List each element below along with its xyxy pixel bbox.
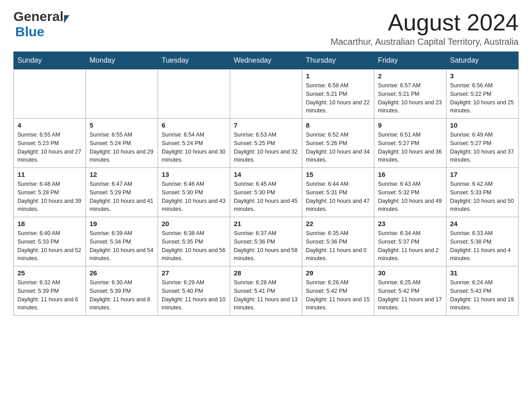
day-cell: 13Sunrise: 6:46 AMSunset: 5:30 PMDayligh… [158, 168, 230, 217]
logo-triangle-icon [64, 15, 69, 23]
day-info: Sunrise: 6:56 AMSunset: 5:22 PMDaylight:… [450, 81, 515, 115]
day-cell: 9Sunrise: 6:51 AMSunset: 5:27 PMDaylight… [374, 119, 446, 168]
day-cell: 6Sunrise: 6:54 AMSunset: 5:24 PMDaylight… [158, 119, 230, 168]
day-number: 13 [162, 171, 226, 178]
day-cell: 1Sunrise: 6:58 AMSunset: 5:21 PMDaylight… [302, 69, 374, 119]
day-info: Sunrise: 6:52 AMSunset: 5:26 PMDaylight:… [306, 131, 370, 164]
logo-blue-text: Blue [15, 24, 44, 39]
header-friday: Friday [374, 52, 446, 69]
day-info: Sunrise: 6:38 AMSunset: 5:35 PMDaylight:… [162, 229, 226, 263]
day-cell: 5Sunrise: 6:55 AMSunset: 5:24 PMDaylight… [86, 119, 158, 168]
day-cell: 14Sunrise: 6:45 AMSunset: 5:30 PMDayligh… [230, 168, 302, 217]
day-number: 17 [450, 171, 515, 178]
day-number: 3 [450, 72, 515, 80]
day-number: 1 [306, 72, 370, 80]
day-number: 14 [234, 171, 298, 178]
day-info: Sunrise: 6:48 AMSunset: 5:28 PMDaylight:… [17, 180, 82, 214]
day-number: 26 [90, 269, 154, 277]
week-row-5: 25Sunrise: 6:32 AMSunset: 5:39 PMDayligh… [14, 266, 519, 316]
day-info: Sunrise: 6:30 AMSunset: 5:39 PMDaylight:… [90, 278, 154, 312]
header-saturday: Saturday [446, 52, 519, 69]
day-info: Sunrise: 6:55 AMSunset: 5:24 PMDaylight:… [90, 131, 154, 164]
day-number: 22 [306, 220, 370, 227]
day-number: 31 [450, 269, 515, 277]
week-row-2: 4Sunrise: 6:55 AMSunset: 5:23 PMDaylight… [14, 119, 519, 168]
day-number: 28 [234, 269, 298, 277]
day-number: 12 [90, 171, 154, 178]
day-info: Sunrise: 6:54 AMSunset: 5:24 PMDaylight:… [162, 131, 226, 164]
day-cell: 29Sunrise: 6:26 AMSunset: 5:42 PMDayligh… [302, 266, 374, 316]
day-cell: 22Sunrise: 6:35 AMSunset: 5:36 PMDayligh… [302, 217, 374, 266]
day-number: 2 [378, 72, 442, 80]
day-info: Sunrise: 6:55 AMSunset: 5:23 PMDaylight:… [17, 131, 82, 164]
day-info: Sunrise: 6:57 AMSunset: 5:21 PMDaylight:… [378, 81, 442, 115]
day-info: Sunrise: 6:29 AMSunset: 5:40 PMDaylight:… [162, 278, 226, 312]
logo: General Blue [13, 9, 70, 39]
day-number: 15 [306, 171, 370, 178]
day-number: 23 [378, 220, 442, 227]
week-row-4: 18Sunrise: 6:40 AMSunset: 5:33 PMDayligh… [14, 217, 519, 266]
week-row-1: 1Sunrise: 6:58 AMSunset: 5:21 PMDaylight… [14, 69, 519, 119]
day-info: Sunrise: 6:35 AMSunset: 5:36 PMDaylight:… [306, 229, 370, 263]
day-number: 30 [378, 269, 442, 277]
day-cell: 20Sunrise: 6:38 AMSunset: 5:35 PMDayligh… [158, 217, 230, 266]
day-number: 11 [17, 171, 82, 178]
day-cell [230, 69, 302, 119]
day-number: 9 [378, 121, 442, 129]
day-cell [14, 69, 86, 119]
calendar-subtitle: Macarthur, Australian Capital Territory,… [331, 37, 519, 47]
day-info: Sunrise: 6:44 AMSunset: 5:31 PMDaylight:… [306, 180, 370, 214]
day-info: Sunrise: 6:26 AMSunset: 5:42 PMDaylight:… [306, 278, 370, 312]
day-info: Sunrise: 6:43 AMSunset: 5:32 PMDaylight:… [378, 180, 442, 214]
day-info: Sunrise: 6:37 AMSunset: 5:36 PMDaylight:… [234, 229, 298, 263]
header-thursday: Thursday [302, 52, 374, 69]
day-info: Sunrise: 6:46 AMSunset: 5:30 PMDaylight:… [162, 180, 226, 214]
day-number: 21 [234, 220, 298, 227]
day-cell: 24Sunrise: 6:33 AMSunset: 5:38 PMDayligh… [446, 217, 519, 266]
title-section: August 2024 Macarthur, Australian Capita… [331, 9, 519, 47]
day-cell: 10Sunrise: 6:49 AMSunset: 5:27 PMDayligh… [446, 119, 519, 168]
logo-general-text: General [13, 9, 64, 24]
day-number: 29 [306, 269, 370, 277]
day-cell: 15Sunrise: 6:44 AMSunset: 5:31 PMDayligh… [302, 168, 374, 217]
day-info: Sunrise: 6:34 AMSunset: 5:37 PMDaylight:… [378, 229, 442, 263]
day-cell: 30Sunrise: 6:25 AMSunset: 5:42 PMDayligh… [374, 266, 446, 316]
day-cell: 28Sunrise: 6:28 AMSunset: 5:41 PMDayligh… [230, 266, 302, 316]
day-cell: 12Sunrise: 6:47 AMSunset: 5:29 PMDayligh… [86, 168, 158, 217]
day-info: Sunrise: 6:25 AMSunset: 5:42 PMDaylight:… [378, 278, 442, 312]
day-cell: 7Sunrise: 6:53 AMSunset: 5:25 PMDaylight… [230, 119, 302, 168]
day-info: Sunrise: 6:33 AMSunset: 5:38 PMDaylight:… [450, 229, 515, 263]
day-number: 16 [378, 171, 442, 178]
calendar-table: SundayMondayTuesdayWednesdayThursdayFrid… [13, 51, 519, 316]
header-monday: Monday [86, 52, 158, 69]
day-info: Sunrise: 6:40 AMSunset: 5:33 PMDaylight:… [17, 229, 82, 263]
day-info: Sunrise: 6:32 AMSunset: 5:39 PMDaylight:… [17, 278, 82, 312]
day-info: Sunrise: 6:45 AMSunset: 5:30 PMDaylight:… [234, 180, 298, 214]
day-info: Sunrise: 6:53 AMSunset: 5:25 PMDaylight:… [234, 131, 298, 164]
day-cell: 3Sunrise: 6:56 AMSunset: 5:22 PMDaylight… [446, 69, 519, 119]
day-info: Sunrise: 6:42 AMSunset: 5:33 PMDaylight:… [450, 180, 515, 214]
day-info: Sunrise: 6:24 AMSunset: 5:43 PMDaylight:… [450, 278, 515, 312]
calendar-header-row: SundayMondayTuesdayWednesdayThursdayFrid… [14, 52, 519, 69]
day-cell: 31Sunrise: 6:24 AMSunset: 5:43 PMDayligh… [446, 266, 519, 316]
day-number: 27 [162, 269, 226, 277]
header-tuesday: Tuesday [158, 52, 230, 69]
calendar-title: August 2024 [331, 9, 519, 36]
day-info: Sunrise: 6:47 AMSunset: 5:29 PMDaylight:… [90, 180, 154, 214]
day-cell [158, 69, 230, 119]
day-info: Sunrise: 6:28 AMSunset: 5:41 PMDaylight:… [234, 278, 298, 312]
day-cell: 25Sunrise: 6:32 AMSunset: 5:39 PMDayligh… [14, 266, 86, 316]
day-number: 20 [162, 220, 226, 227]
day-number: 24 [450, 220, 515, 227]
day-cell: 16Sunrise: 6:43 AMSunset: 5:32 PMDayligh… [374, 168, 446, 217]
day-info: Sunrise: 6:58 AMSunset: 5:21 PMDaylight:… [306, 81, 370, 115]
day-number: 19 [90, 220, 154, 227]
day-number: 7 [234, 121, 298, 129]
day-cell: 26Sunrise: 6:30 AMSunset: 5:39 PMDayligh… [86, 266, 158, 316]
day-cell: 27Sunrise: 6:29 AMSunset: 5:40 PMDayligh… [158, 266, 230, 316]
day-cell: 11Sunrise: 6:48 AMSunset: 5:28 PMDayligh… [14, 168, 86, 217]
day-cell [86, 69, 158, 119]
page-header: General Blue August 2024 Macarthur, Aust… [13, 9, 519, 47]
week-row-3: 11Sunrise: 6:48 AMSunset: 5:28 PMDayligh… [14, 168, 519, 217]
day-info: Sunrise: 6:49 AMSunset: 5:27 PMDaylight:… [450, 131, 515, 164]
